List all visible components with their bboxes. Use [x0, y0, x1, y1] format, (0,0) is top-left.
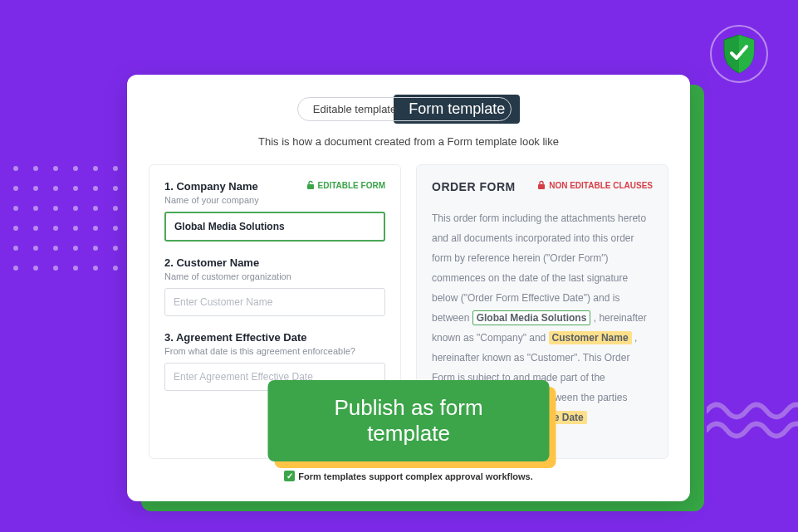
- subtitle-text: This is how a document created from a Fo…: [149, 135, 668, 148]
- field-sub: From what date is this agreement enforce…: [164, 346, 385, 356]
- non-editable-badge-label: NON EDITABLE CLAUSES: [549, 181, 653, 190]
- unlock-icon: [306, 180, 315, 190]
- footer-note: ✓ Form templates support complex approva…: [149, 471, 668, 481]
- tabs-row: Editable template Form template: [149, 95, 668, 124]
- footer-note-text: Form templates support complex approval …: [298, 471, 532, 481]
- highlight-customer: Customer Name: [549, 331, 632, 344]
- order-text-p1: This order form including the attachment…: [432, 212, 646, 324]
- publish-button[interactable]: Publish as form template: [268, 380, 550, 461]
- highlight-company: Global Media Solutions: [472, 310, 591, 325]
- decorative-dots-left: [13, 166, 121, 274]
- company-name-input[interactable]: [164, 212, 385, 242]
- customer-name-input[interactable]: [164, 288, 385, 316]
- lock-icon: [537, 180, 546, 190]
- decorative-waves-right: [707, 398, 798, 440]
- svg-rect-0: [307, 184, 314, 189]
- main-card: Editable template Form template This is …: [127, 75, 690, 501]
- field-customer-name: 2. Customer Name Name of customer organi…: [164, 256, 385, 316]
- field-title: 3. Agreement Effective Date: [164, 331, 385, 344]
- editable-badge-label: EDITABLE FORM: [318, 181, 385, 190]
- editable-form-badge: EDITABLE FORM: [306, 180, 385, 190]
- field-sub: Name of customer organization: [164, 271, 385, 281]
- non-editable-badge: NON EDITABLE CLAUSES: [537, 180, 653, 190]
- tab-editable-label: Editable template: [313, 103, 396, 115]
- publish-button-label: Publish as form template: [334, 395, 482, 446]
- publish-button-wrap: Publish as form template: [268, 380, 550, 461]
- field-title: 2. Customer Name: [164, 256, 385, 269]
- svg-rect-1: [538, 184, 545, 189]
- field-sub: Name of your company: [164, 195, 385, 205]
- check-icon: ✓: [284, 471, 295, 481]
- shield-check-icon: [721, 33, 757, 75]
- tab-editable-template[interactable]: Editable template: [297, 97, 512, 121]
- shield-badge: [710, 25, 768, 83]
